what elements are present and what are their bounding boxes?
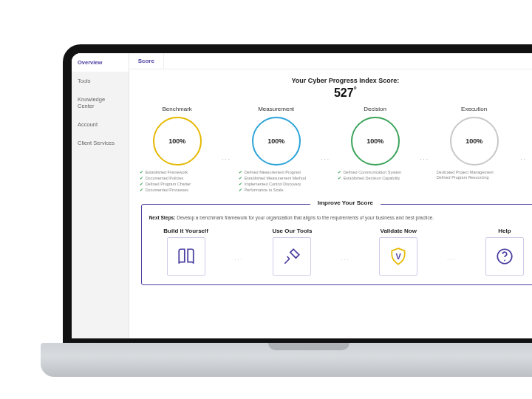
- stage-item-label: Performance to Scale: [245, 188, 284, 193]
- check-icon: ✔: [239, 176, 242, 182]
- stage-items: ✔Defined Measurement Program ✔Establishe…: [236, 170, 317, 193]
- app-root: Overview Tools Knowledge Center Account …: [72, 53, 532, 338]
- check-icon: ✔: [140, 182, 143, 188]
- option-card-validate[interactable]: V: [379, 237, 417, 276]
- svg-point-2: [504, 259, 505, 261]
- stage-item-label: Established Framework: [146, 170, 188, 175]
- progress-ring: 100%: [450, 117, 499, 166]
- connector-dots: ···: [416, 156, 434, 163]
- score-title: Your Cyber Progress Index Score:: [129, 77, 532, 84]
- progress-ring: 100%: [351, 117, 400, 166]
- laptop-base: [41, 343, 532, 377]
- stage-execution: Execution 100% Dedicated Project Managem…: [434, 106, 515, 180]
- stage-item-label: Established Measurement Method: [245, 176, 306, 181]
- help-icon: [495, 247, 514, 266]
- option-use-our-tools: Use Our Tools: [255, 228, 329, 276]
- stage-item-label: Implemented Control Discovery: [245, 182, 301, 187]
- improve-options: Build it Yourself ··· Use Our Tools: [149, 228, 532, 276]
- sidebar: Overview Tools Knowledge Center Account …: [72, 53, 129, 338]
- svg-text:V: V: [396, 252, 402, 261]
- stage-item-label: Defined Communication System: [344, 170, 402, 175]
- stage-items: ✔Established Framework ✔Documented Polic…: [137, 170, 218, 193]
- stage-label: Decision: [364, 106, 386, 112]
- stage-item-label: Dedicated Project Management: [437, 170, 494, 175]
- option-validate-now: Validate Now V: [361, 228, 435, 276]
- improve-title: Improve Your Score: [310, 200, 381, 206]
- sidebar-item-tools[interactable]: Tools: [72, 72, 129, 90]
- main-content: Score Your Cyber Progress Index Score: 5…: [129, 53, 532, 338]
- connector-dots: ···: [338, 257, 352, 262]
- sidebar-item-account[interactable]: Account: [72, 115, 129, 134]
- tools-icon: [282, 247, 301, 266]
- score-unit: °: [354, 86, 357, 94]
- stage-decision: Decision 100% ✔Defined Communication Sys…: [335, 106, 416, 182]
- stage-label: Benchmark: [162, 106, 191, 112]
- progress-ring: 100%: [153, 117, 202, 166]
- option-card-help[interactable]: [485, 237, 524, 276]
- check-icon: ✔: [239, 170, 242, 176]
- stage-item-label: Defined Measurement Program: [245, 170, 301, 175]
- check-icon: ✔: [338, 170, 341, 176]
- shield-v-icon: V: [389, 247, 408, 266]
- option-label: Help: [468, 228, 532, 234]
- laptop-screen: Overview Tools Knowledge Center Account …: [63, 44, 532, 347]
- check-icon: ✔: [140, 176, 143, 182]
- sidebar-item-client-services[interactable]: Client Services: [72, 134, 129, 152]
- option-card-build[interactable]: [167, 237, 205, 276]
- option-label: Use Our Tools: [255, 228, 329, 234]
- score-number: 527: [334, 86, 354, 99]
- stages-row: Benchmark 100% ✔Established Framework ✔D…: [129, 103, 532, 199]
- score-value: 527°: [129, 86, 532, 100]
- connector-dots: ···: [317, 156, 335, 163]
- laptop-notch: [268, 343, 349, 350]
- stage-items: ✔Defined Communication System ✔Establish…: [335, 170, 416, 182]
- stage-item-label: Defined Program Resourcing: [437, 175, 489, 180]
- connector-dots: ···: [445, 257, 458, 262]
- connector-dots: ···: [218, 156, 236, 163]
- option-help: Help: [468, 228, 532, 276]
- connector-dots: ···: [233, 257, 246, 262]
- check-icon: ✔: [140, 170, 143, 176]
- stage-items: Dedicated Project Management Defined Pro…: [434, 170, 515, 180]
- sidebar-item-knowledge-center[interactable]: Knowledge Center: [72, 90, 129, 115]
- check-icon: ✔: [140, 188, 143, 194]
- score-header: Your Cyber Progress Index Score: 527°: [129, 69, 532, 103]
- improve-section: Improve Your Score Next Steps: Develop a…: [141, 204, 532, 285]
- next-steps-label: Next Steps:: [149, 215, 176, 220]
- stage-item-label: Documented Processes: [146, 188, 188, 193]
- stage-measurement: Measurement 100% ✔Defined Measurement Pr…: [236, 106, 317, 193]
- option-card-tools[interactable]: [273, 237, 311, 276]
- stage-item-label: Documented Policies: [146, 176, 184, 181]
- stage-label: Execution: [461, 106, 487, 112]
- check-icon: ✔: [239, 188, 242, 194]
- tab-bar: Score: [129, 53, 532, 69]
- option-label: Build it Yourself: [149, 228, 223, 234]
- stage-item-label: Defined Program Charter: [146, 182, 191, 187]
- stage-label: Measurement: [258, 106, 294, 112]
- check-icon: ✔: [338, 176, 341, 182]
- stage-benchmark: Benchmark 100% ✔Established Framework ✔D…: [137, 106, 218, 193]
- progress-ring: 100%: [252, 117, 301, 166]
- next-steps-text: Next Steps: Develop a benchmark framewor…: [149, 215, 532, 220]
- check-icon: ✔: [239, 182, 242, 188]
- book-icon: [177, 247, 196, 266]
- stage-item-label: Established Decision Capability: [344, 176, 400, 181]
- tab-score[interactable]: Score: [129, 53, 164, 69]
- connector-dots: ··: [515, 156, 532, 163]
- sidebar-item-overview[interactable]: Overview: [72, 53, 129, 72]
- next-steps-body: Develop a benchmark framework for your o…: [177, 215, 434, 220]
- option-label: Validate Now: [361, 228, 435, 234]
- option-build-yourself: Build it Yourself: [149, 228, 223, 276]
